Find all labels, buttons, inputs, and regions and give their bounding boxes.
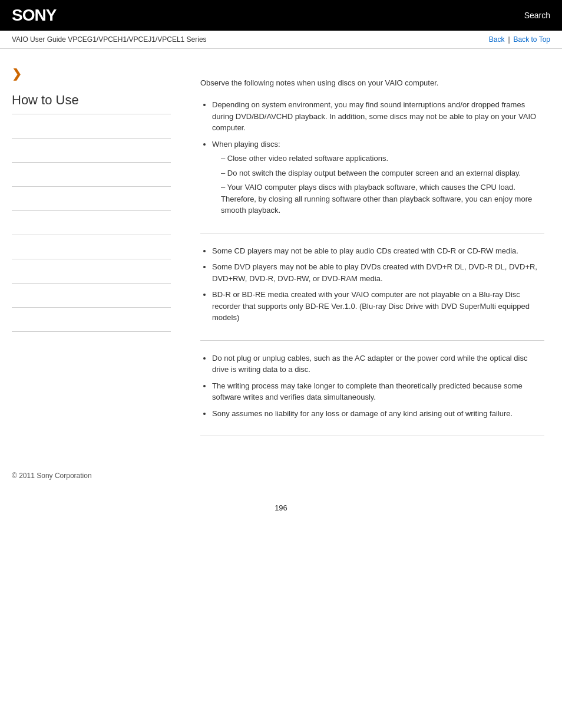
- search-button[interactable]: Search: [524, 11, 550, 20]
- sidebar-divider-8: [12, 300, 171, 308]
- list-item: Some CD players may not be able to play …: [212, 245, 544, 257]
- list-item: Sony assumes no liability for any loss o…: [212, 408, 544, 420]
- sidebar-divider-3: [12, 179, 171, 187]
- footer: © 2011 Sony Corporation: [0, 460, 562, 492]
- section-title: How to Use: [12, 93, 171, 114]
- sidebar-divider-1: [12, 131, 171, 139]
- sub-list-item: Close other video related software appli…: [221, 153, 544, 164]
- header: SONY Search: [0, 0, 562, 31]
- main-layout: ❯ How to Use Observe the following notes…: [0, 49, 562, 460]
- nav-separator: |: [508, 35, 510, 44]
- sidebar: ❯ How to Use: [0, 49, 183, 460]
- list-item: Some DVD players may not be able to play…: [212, 261, 544, 284]
- section1-list: Depending on system environment, you may…: [200, 99, 544, 216]
- list-item: When playing discs: Close other video re…: [212, 139, 544, 216]
- sidebar-divider-2: [12, 155, 171, 163]
- nav-bar: VAIO User Guide VPCEG1/VPCEH1/VPCEJ1/VPC…: [0, 31, 562, 49]
- back-to-top-link[interactable]: Back to Top: [514, 35, 550, 44]
- copyright-text: © 2011 Sony Corporation: [12, 472, 92, 480]
- section3-list: Do not plug or unplug cables, such as th…: [200, 353, 544, 420]
- breadcrumb: VAIO User Guide VPCEG1/VPCEH1/VPCEJ1/VPC…: [12, 35, 207, 44]
- intro-paragraph: Observe the following notes when using d…: [200, 78, 544, 87]
- sidebar-divider-4: [12, 203, 171, 211]
- content-area: Observe the following notes when using d…: [183, 49, 562, 460]
- chevron-icon: ❯: [12, 67, 171, 81]
- back-link[interactable]: Back: [489, 35, 505, 44]
- sidebar-divider-6: [12, 252, 171, 259]
- sony-logo: SONY: [12, 6, 56, 25]
- sub-list: Close other video related software appli…: [212, 153, 544, 216]
- content-section-2: Some CD players may not be able to play …: [200, 245, 544, 341]
- content-section-1: Depending on system environment, you may…: [200, 99, 544, 233]
- list-item: Do not plug or unplug cables, such as th…: [212, 353, 544, 375]
- content-section-3: Do not plug or unplug cables, such as th…: [200, 353, 544, 437]
- list-item: Depending on system environment, you may…: [212, 99, 544, 134]
- nav-links: Back | Back to Top: [489, 35, 550, 44]
- sub-list-item: Your VAIO computer plays discs with play…: [221, 182, 544, 216]
- page-number: 196: [0, 492, 562, 524]
- sidebar-divider-5: [12, 228, 171, 235]
- list-item: BD-R or BD-RE media created with your VA…: [212, 289, 544, 324]
- sidebar-divider-7: [12, 276, 171, 284]
- section2-list: Some CD players may not be able to play …: [200, 245, 544, 324]
- sub-list-item: Do not switch the display output between…: [221, 167, 544, 179]
- list-item: The writing process may take longer to c…: [212, 380, 544, 403]
- sidebar-divider-9: [12, 324, 171, 332]
